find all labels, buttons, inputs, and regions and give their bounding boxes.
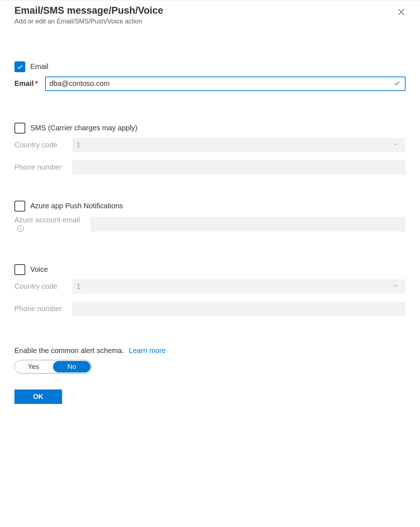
push-checkbox-label: Azure app Push Notifications <box>30 202 123 210</box>
close-button[interactable] <box>395 6 407 19</box>
check-icon <box>16 63 23 70</box>
ok-button[interactable]: OK <box>14 389 62 404</box>
common-alert-schema-row: Enable the common alert schema. Learn mo… <box>14 347 406 374</box>
email-section: Email Email* <box>14 61 406 91</box>
sms-country-code-value: 1 <box>76 141 80 149</box>
valid-check-icon <box>393 79 401 88</box>
voice-checkbox[interactable] <box>14 264 25 275</box>
sms-country-code-select[interactable]: 1 <box>72 138 406 152</box>
voice-phone-label: Phone number <box>14 305 72 313</box>
sms-checkbox[interactable] <box>14 123 25 134</box>
voice-country-code-select[interactable]: 1 <box>72 279 406 294</box>
voice-section: Voice Country code 1 Phone number <box>14 264 406 316</box>
email-input[interactable] <box>45 77 406 91</box>
sms-country-code-label: Country code <box>14 141 72 149</box>
learn-more-link[interactable]: Learn more <box>129 347 166 354</box>
email-field-label: Email* <box>14 79 45 88</box>
chevron-down-icon <box>392 140 399 149</box>
push-account-label: Azure account email i <box>14 216 90 232</box>
chevron-down-icon <box>392 282 399 291</box>
email-checkbox[interactable] <box>14 61 25 72</box>
sms-phone-label: Phone number <box>14 163 72 171</box>
close-icon <box>397 8 406 16</box>
schema-toggle-yes[interactable]: Yes <box>15 360 52 373</box>
voice-phone-input[interactable] <box>72 302 406 316</box>
push-section: Azure app Push Notifications Azure accou… <box>14 201 406 232</box>
panel-header: Email/SMS message/Push/Voice Add or edit… <box>14 5 406 25</box>
info-icon[interactable]: i <box>17 225 24 232</box>
schema-toggle-no[interactable]: No <box>53 361 91 373</box>
push-checkbox[interactable] <box>14 201 25 212</box>
push-account-input[interactable] <box>90 217 406 231</box>
schema-text: Enable the common alert schema. <box>14 347 124 354</box>
schema-toggle: Yes No <box>14 360 92 374</box>
panel-title: Email/SMS message/Push/Voice <box>14 5 163 17</box>
voice-country-code-label: Country code <box>14 282 72 291</box>
sms-section: SMS (Carrier charges may apply) Country … <box>14 123 406 175</box>
email-checkbox-label: Email <box>30 62 48 71</box>
voice-checkbox-label: Voice <box>30 265 48 274</box>
sms-checkbox-label: SMS (Carrier charges may apply) <box>30 124 137 132</box>
panel-subtitle: Add or edit an Email/SMS/Push/Voice acti… <box>14 18 163 25</box>
voice-country-code-value: 1 <box>76 282 80 291</box>
sms-phone-input[interactable] <box>72 160 406 175</box>
